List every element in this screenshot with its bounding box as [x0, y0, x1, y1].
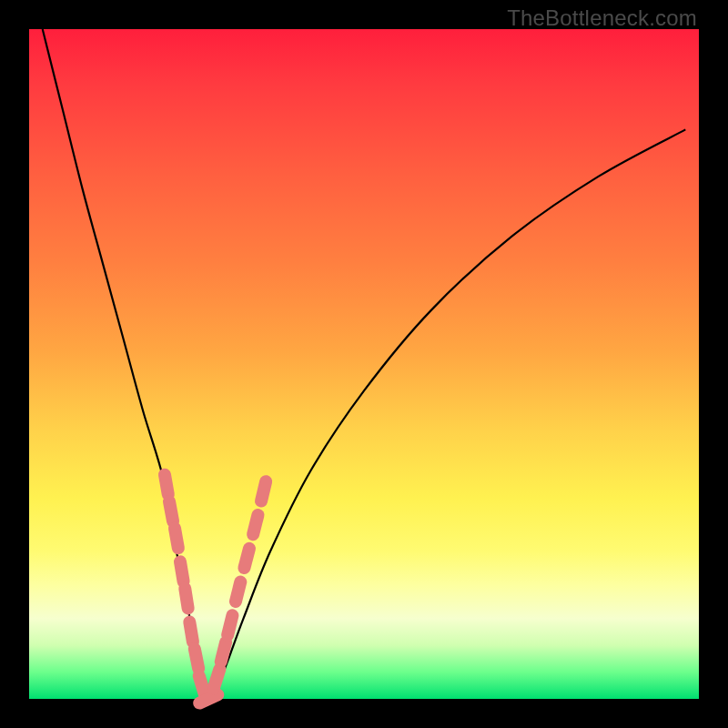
marker-point — [195, 649, 198, 669]
marker-point — [253, 515, 258, 534]
marker-point — [244, 549, 249, 568]
marker-group — [165, 475, 266, 703]
marker-point — [236, 582, 240, 602]
plot-area — [29, 29, 699, 699]
chart-frame: TheBottleneck.com — [0, 0, 728, 728]
chart-svg — [29, 29, 699, 699]
marker-point — [199, 676, 205, 695]
marker-point — [261, 481, 266, 500]
marker-point — [180, 561, 184, 581]
marker-point — [199, 694, 217, 703]
marker-point — [228, 615, 232, 634]
bottleneck-curve-line — [43, 29, 686, 699]
marker-point — [165, 475, 168, 495]
marker-point — [189, 622, 193, 642]
marker-point — [185, 589, 187, 609]
marker-point — [169, 501, 173, 521]
marker-point — [214, 669, 220, 688]
watermark-text: TheBottleneck.com — [507, 5, 697, 31]
marker-point — [175, 529, 178, 549]
marker-point — [221, 642, 226, 662]
